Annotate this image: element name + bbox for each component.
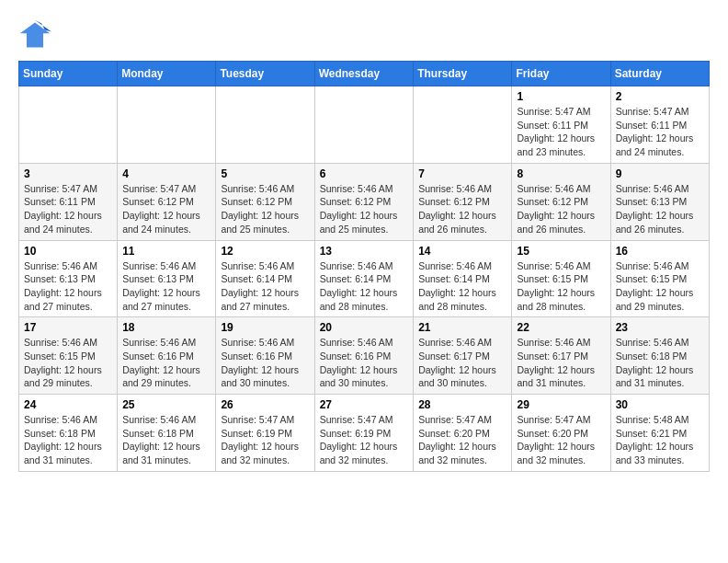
day-info: Sunrise: 5:46 AM Sunset: 6:17 PM Dayligh… [517, 336, 605, 390]
column-header-thursday: Thursday [414, 62, 512, 86]
calendar-cell: 16Sunrise: 5:46 AM Sunset: 6:15 PM Dayli… [610, 240, 709, 317]
calendar-cell: 23Sunrise: 5:46 AM Sunset: 6:18 PM Dayli… [610, 317, 709, 395]
day-info: Sunrise: 5:46 AM Sunset: 6:15 PM Dayligh… [24, 336, 112, 390]
day-info: Sunrise: 5:46 AM Sunset: 6:18 PM Dayligh… [616, 336, 704, 390]
day-number: 4 [122, 167, 210, 180]
calendar-cell: 1Sunrise: 5:47 AM Sunset: 6:11 PM Daylig… [512, 86, 610, 164]
column-header-wednesday: Wednesday [314, 62, 414, 86]
day-info: Sunrise: 5:46 AM Sunset: 6:13 PM Dayligh… [24, 259, 112, 314]
calendar-cell: 17Sunrise: 5:46 AM Sunset: 6:15 PM Dayli… [19, 317, 118, 395]
calendar-week-row: 24Sunrise: 5:46 AM Sunset: 6:18 PM Dayli… [19, 395, 710, 472]
day-info: Sunrise: 5:46 AM Sunset: 6:16 PM Dayligh… [122, 336, 210, 390]
day-number: 16 [616, 245, 704, 258]
column-header-sunday: Sunday [19, 62, 118, 86]
calendar-cell: 24Sunrise: 5:46 AM Sunset: 6:18 PM Dayli… [19, 395, 118, 472]
calendar-week-row: 3Sunrise: 5:47 AM Sunset: 6:11 PM Daylig… [19, 163, 710, 240]
day-info: Sunrise: 5:46 AM Sunset: 6:12 PM Dayligh… [320, 182, 409, 236]
day-info: Sunrise: 5:48 AM Sunset: 6:21 PM Dayligh… [616, 413, 704, 467]
calendar-cell: 12Sunrise: 5:46 AM Sunset: 6:14 PM Dayli… [216, 240, 314, 317]
day-number: 14 [418, 245, 506, 258]
calendar-week-row: 1Sunrise: 5:47 AM Sunset: 6:11 PM Daylig… [19, 86, 710, 164]
calendar-cell: 29Sunrise: 5:47 AM Sunset: 6:20 PM Dayli… [512, 395, 610, 472]
day-info: Sunrise: 5:46 AM Sunset: 6:12 PM Dayligh… [418, 182, 506, 236]
calendar-cell: 30Sunrise: 5:48 AM Sunset: 6:21 PM Dayli… [610, 395, 709, 472]
calendar-week-row: 10Sunrise: 5:46 AM Sunset: 6:13 PM Dayli… [19, 240, 710, 317]
day-info: Sunrise: 5:47 AM Sunset: 6:12 PM Dayligh… [122, 182, 210, 236]
day-number: 24 [24, 398, 112, 411]
day-number: 10 [24, 245, 112, 258]
calendar-cell: 9Sunrise: 5:46 AM Sunset: 6:13 PM Daylig… [610, 163, 709, 240]
day-info: Sunrise: 5:46 AM Sunset: 6:12 PM Dayligh… [517, 182, 605, 236]
day-info: Sunrise: 5:47 AM Sunset: 6:19 PM Dayligh… [221, 413, 309, 467]
calendar-cell: 3Sunrise: 5:47 AM Sunset: 6:11 PM Daylig… [19, 163, 118, 240]
calendar-cell [414, 86, 512, 164]
day-info: Sunrise: 5:46 AM Sunset: 6:12 PM Dayligh… [221, 182, 309, 236]
day-number: 6 [320, 167, 409, 180]
day-number: 30 [616, 398, 704, 411]
day-number: 27 [320, 398, 409, 411]
day-info: Sunrise: 5:46 AM Sunset: 6:17 PM Dayligh… [418, 336, 506, 390]
day-number: 3 [24, 167, 112, 180]
calendar-cell: 5Sunrise: 5:46 AM Sunset: 6:12 PM Daylig… [216, 163, 314, 240]
calendar-cell [19, 86, 118, 164]
day-info: Sunrise: 5:46 AM Sunset: 6:13 PM Dayligh… [122, 259, 210, 314]
calendar-cell: 4Sunrise: 5:47 AM Sunset: 6:12 PM Daylig… [118, 163, 216, 240]
column-header-friday: Friday [512, 62, 610, 86]
day-info: Sunrise: 5:46 AM Sunset: 6:14 PM Dayligh… [418, 259, 506, 314]
day-info: Sunrise: 5:46 AM Sunset: 6:16 PM Dayligh… [320, 336, 409, 390]
day-number: 20 [320, 321, 409, 334]
calendar-cell: 13Sunrise: 5:46 AM Sunset: 6:14 PM Dayli… [314, 240, 414, 317]
calendar-cell: 21Sunrise: 5:46 AM Sunset: 6:17 PM Dayli… [414, 317, 512, 395]
day-number: 9 [616, 167, 704, 180]
calendar-cell: 8Sunrise: 5:46 AM Sunset: 6:12 PM Daylig… [512, 163, 610, 240]
calendar-cell: 14Sunrise: 5:46 AM Sunset: 6:14 PM Dayli… [414, 240, 512, 317]
logo [18, 18, 55, 52]
day-number: 11 [122, 245, 210, 258]
day-number: 17 [24, 321, 112, 334]
calendar-cell: 22Sunrise: 5:46 AM Sunset: 6:17 PM Dayli… [512, 317, 610, 395]
day-info: Sunrise: 5:47 AM Sunset: 6:11 PM Dayligh… [24, 182, 112, 236]
day-number: 21 [418, 321, 506, 334]
calendar-cell [216, 86, 314, 164]
day-number: 13 [320, 245, 409, 258]
day-info: Sunrise: 5:47 AM Sunset: 6:20 PM Dayligh… [418, 413, 506, 467]
day-number: 19 [221, 321, 309, 334]
calendar-cell: 18Sunrise: 5:46 AM Sunset: 6:16 PM Dayli… [118, 317, 216, 395]
day-info: Sunrise: 5:46 AM Sunset: 6:13 PM Dayligh… [616, 182, 704, 236]
day-number: 2 [616, 90, 704, 103]
calendar-cell: 28Sunrise: 5:47 AM Sunset: 6:20 PM Dayli… [414, 395, 512, 472]
page-header [18, 18, 710, 52]
column-header-saturday: Saturday [610, 62, 709, 86]
day-number: 15 [517, 245, 605, 258]
column-header-tuesday: Tuesday [216, 62, 314, 86]
calendar-cell: 25Sunrise: 5:46 AM Sunset: 6:18 PM Dayli… [118, 395, 216, 472]
calendar-cell: 27Sunrise: 5:47 AM Sunset: 6:19 PM Dayli… [314, 395, 414, 472]
svg-marker-0 [20, 23, 50, 48]
calendar-cell: 11Sunrise: 5:46 AM Sunset: 6:13 PM Dayli… [118, 240, 216, 317]
day-info: Sunrise: 5:46 AM Sunset: 6:18 PM Dayligh… [24, 413, 112, 467]
day-number: 12 [221, 245, 309, 258]
calendar-week-row: 17Sunrise: 5:46 AM Sunset: 6:15 PM Dayli… [19, 317, 710, 395]
day-number: 5 [221, 167, 309, 180]
day-info: Sunrise: 5:46 AM Sunset: 6:15 PM Dayligh… [517, 259, 605, 314]
day-number: 29 [517, 398, 605, 411]
day-number: 26 [221, 398, 309, 411]
calendar-cell: 6Sunrise: 5:46 AM Sunset: 6:12 PM Daylig… [314, 163, 414, 240]
calendar-cell: 7Sunrise: 5:46 AM Sunset: 6:12 PM Daylig… [414, 163, 512, 240]
calendar-table: SundayMondayTuesdayWednesdayThursdayFrid… [18, 61, 710, 472]
calendar-cell [118, 86, 216, 164]
day-info: Sunrise: 5:46 AM Sunset: 6:16 PM Dayligh… [221, 336, 309, 390]
calendar-cell: 26Sunrise: 5:47 AM Sunset: 6:19 PM Dayli… [216, 395, 314, 472]
day-number: 25 [122, 398, 210, 411]
day-number: 28 [418, 398, 506, 411]
day-info: Sunrise: 5:46 AM Sunset: 6:18 PM Dayligh… [122, 413, 210, 467]
day-info: Sunrise: 5:47 AM Sunset: 6:11 PM Dayligh… [616, 105, 704, 159]
day-number: 22 [517, 321, 605, 334]
calendar-cell: 20Sunrise: 5:46 AM Sunset: 6:16 PM Dayli… [314, 317, 414, 395]
day-number: 8 [517, 167, 605, 180]
day-info: Sunrise: 5:47 AM Sunset: 6:20 PM Dayligh… [517, 413, 605, 467]
day-number: 1 [517, 90, 605, 103]
calendar-cell [314, 86, 414, 164]
logo-bird-icon [18, 18, 51, 52]
day-number: 18 [122, 321, 210, 334]
